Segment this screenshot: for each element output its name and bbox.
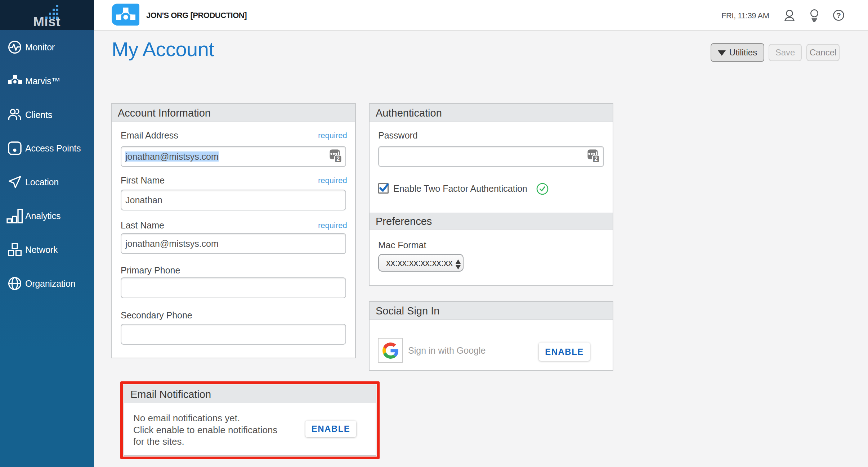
svg-text:2: 2: [336, 156, 340, 162]
svg-text:2: 2: [594, 156, 598, 162]
svg-text:?: ?: [836, 11, 841, 19]
